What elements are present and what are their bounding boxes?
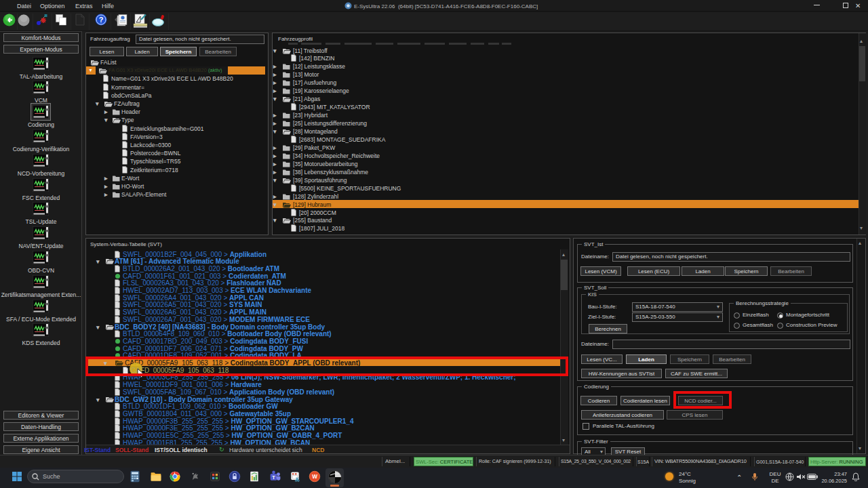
svg-text:?: ?	[99, 16, 104, 24]
svg-text:T: T	[272, 474, 275, 481]
svg-text:W: W	[312, 474, 317, 480]
